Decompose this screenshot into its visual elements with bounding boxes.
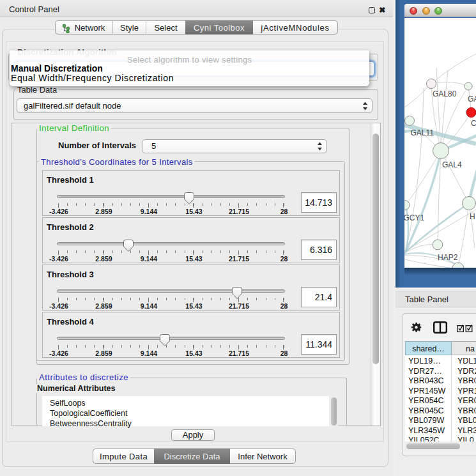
svg-text:C: C (471, 119, 476, 128)
svg-text:GA: GA (468, 95, 476, 104)
svg-text:GAL11: GAL11 (411, 128, 434, 137)
svg-text:GAL80: GAL80 (433, 89, 457, 98)
svg-text:GAL4: GAL4 (442, 160, 462, 169)
svg-text:HAP2: HAP2 (438, 253, 458, 262)
svg-text:GCY1: GCY1 (404, 213, 425, 222)
svg-text:H: H (470, 212, 475, 221)
